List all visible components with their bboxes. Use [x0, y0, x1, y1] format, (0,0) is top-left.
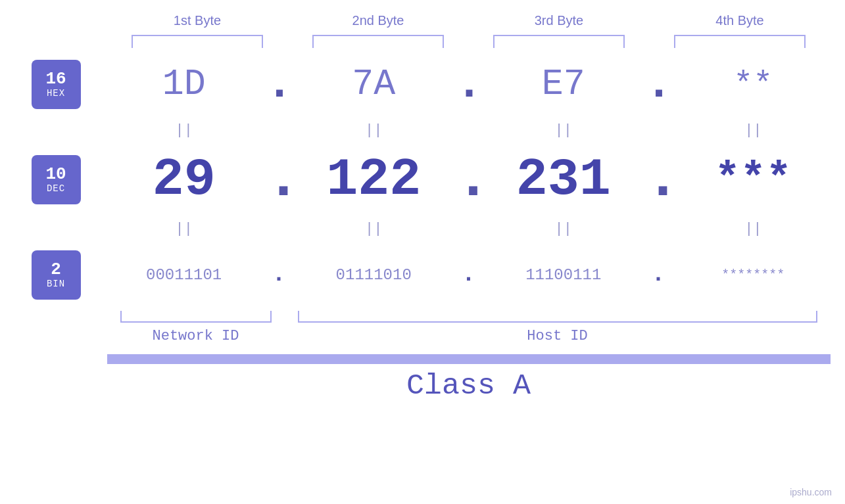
dec-bin-equals-row: || || || || — [92, 216, 845, 242]
eq5: || — [109, 221, 260, 237]
byte2-header: 2nd Byte — [302, 13, 454, 28]
bottom-section: Network ID Host ID — [107, 311, 831, 344]
hex-b2: 7A — [298, 64, 449, 105]
eq3: || — [488, 122, 639, 139]
bin-dot3: . — [645, 262, 671, 288]
bin-badge-number: 2 — [51, 260, 61, 279]
dec-dot2: . — [455, 146, 481, 213]
hex-dec-equals-row: || || || || — [92, 117, 845, 143]
eq8: || — [677, 221, 829, 237]
bin-b4: ******** — [677, 267, 829, 283]
class-label: Class A — [107, 369, 831, 403]
badges-column: 16 HEX 10 DEC 2 BIN — [0, 51, 92, 308]
bin-b1: 00011101 — [109, 266, 260, 284]
bracket-top-1 — [132, 35, 263, 48]
hex-badge: 16 HEX — [32, 60, 81, 109]
eq7: || — [488, 221, 639, 237]
bin-dot2: . — [455, 262, 481, 288]
byte1-header: 1st Byte — [122, 13, 273, 28]
data-rows: 1D . 7A . E7 . ** || || || || 29 — [92, 51, 845, 308]
dec-b4: *** — [677, 155, 829, 204]
dec-badge-number: 10 — [45, 165, 66, 184]
bin-b3: 11100111 — [488, 266, 639, 284]
hex-dot1: . — [266, 58, 292, 110]
eq6: || — [298, 221, 449, 237]
content-wrapper: 16 HEX 10 DEC 2 BIN — [0, 51, 845, 308]
bin-dot1: . — [266, 262, 292, 288]
bin-row: 00011101 . 01111010 . 11100111 . *******… — [92, 242, 845, 308]
network-bracket — [120, 311, 272, 323]
dec-b3: 231 — [488, 150, 639, 210]
hex-row: 1D . 7A . E7 . ** — [92, 51, 845, 117]
host-bracket — [298, 311, 817, 323]
top-brackets — [107, 35, 831, 48]
hex-badge-number: 16 — [45, 70, 66, 89]
hex-dot3: . — [645, 58, 671, 110]
hex-b1: 1D — [109, 64, 260, 105]
dec-badge: 10 DEC — [32, 155, 81, 204]
dec-row: 29 . 122 . 231 . *** — [92, 143, 845, 216]
hex-badge-label: HEX — [47, 88, 65, 99]
dec-b1: 29 — [109, 150, 260, 210]
dec-dot3: . — [645, 146, 671, 213]
byte3-header: 3rd Byte — [483, 13, 635, 28]
eq1: || — [109, 122, 260, 139]
bracket-top-3 — [493, 35, 625, 48]
eq2: || — [298, 122, 449, 139]
main-container: 1st Byte 2nd Byte 3rd Byte 4th Byte 16 H… — [0, 0, 845, 504]
hex-b3: E7 — [488, 64, 639, 105]
bin-badge-wrapper: 2 BIN — [32, 242, 81, 308]
bin-b2: 01111010 — [298, 266, 449, 284]
network-id-label: Network ID — [107, 328, 285, 344]
hex-dot2: . — [455, 58, 481, 110]
class-bracket — [107, 354, 831, 364]
watermark: ipshu.com — [790, 487, 832, 497]
byte-headers: 1st Byte 2nd Byte 3rd Byte 4th Byte — [107, 13, 831, 28]
byte4-header: 4th Byte — [664, 13, 815, 28]
dec-dot1: . — [266, 146, 292, 213]
eq4: || — [677, 122, 829, 139]
bin-badge: 2 BIN — [32, 250, 81, 300]
bin-badge-label: BIN — [47, 279, 65, 289]
dec-b2: 122 — [298, 150, 449, 210]
id-labels-row: Network ID Host ID — [107, 328, 831, 344]
hex-b4: ** — [677, 66, 829, 103]
host-id-label: Host ID — [285, 328, 831, 344]
bracket-top-4 — [674, 35, 806, 48]
class-section: Class A — [107, 354, 831, 403]
bottom-brackets-row — [107, 311, 831, 323]
dec-badge-wrapper: 10 DEC — [32, 143, 81, 216]
hex-badge-wrapper: 16 HEX — [32, 51, 81, 117]
dec-badge-label: DEC — [47, 183, 65, 194]
bracket-top-2 — [312, 35, 444, 48]
